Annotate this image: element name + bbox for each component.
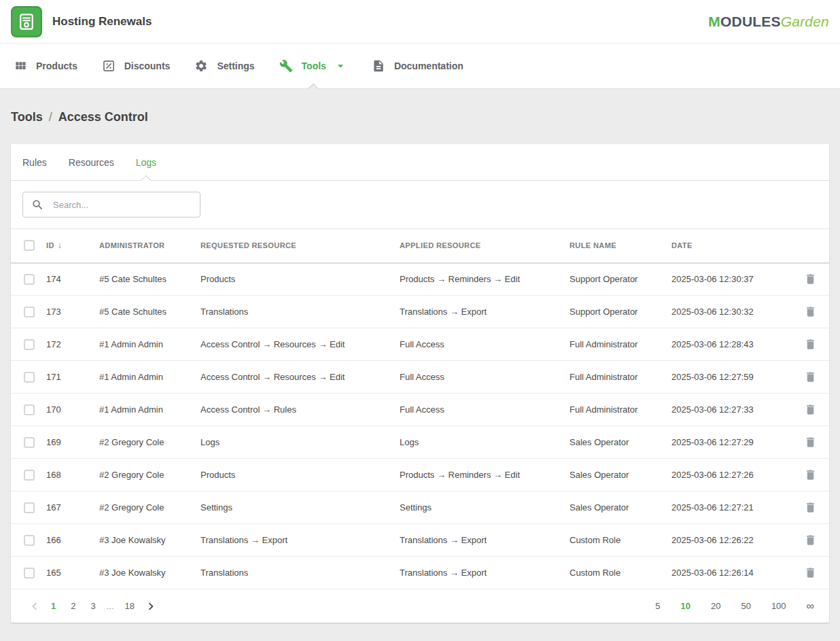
row-checkbox[interactable]	[24, 404, 35, 415]
cell-administrator: #5 Cate Schultes	[99, 263, 200, 296]
trash-icon	[804, 273, 817, 285]
cell-select	[11, 361, 46, 394]
cell-rule-name: Sales Operator	[570, 459, 671, 491]
row-checkbox[interactable]	[24, 339, 35, 350]
modulesgarden-logo[interactable]: MODULESGarden	[708, 14, 829, 30]
search-icon	[31, 198, 44, 211]
cell-id: 166	[46, 524, 99, 557]
cell-applied-resource: Full Access	[400, 361, 570, 394]
cell-administrator: #2 Gregory Cole	[99, 426, 200, 459]
page-button-1[interactable]: 1	[47, 598, 60, 614]
page-button-3[interactable]: 3	[86, 598, 99, 614]
breadcrumb-tools[interactable]: Tools	[11, 110, 43, 124]
column-header-requested-resource: REQUESTED RESOURCE	[200, 229, 400, 263]
cell-actions	[791, 426, 829, 459]
cell-select	[11, 263, 46, 296]
page-size-10[interactable]: 10	[679, 598, 691, 614]
nav-item-settings[interactable]: Settings	[182, 44, 266, 88]
column-header-id[interactable]: ID↓	[46, 229, 99, 263]
row-checkbox[interactable]	[24, 568, 35, 578]
tab-rules[interactable]: Rules	[12, 144, 58, 180]
nav-item-products[interactable]: Products	[1, 44, 90, 88]
row-checkbox[interactable]	[24, 470, 35, 481]
page-size-100[interactable]: 100	[770, 598, 788, 614]
search-input[interactable]	[52, 199, 192, 211]
cell-actions	[791, 394, 829, 426]
cell-applied-resource: Translations → Export	[400, 296, 570, 328]
row-checkbox[interactable]	[24, 502, 35, 513]
cell-select	[11, 394, 46, 426]
tab-resources[interactable]: Resources	[58, 144, 125, 180]
trash-icon	[804, 468, 817, 481]
delete-row-button[interactable]	[800, 464, 821, 485]
cell-requested-resource: Products	[200, 459, 400, 491]
page-size-20[interactable]: 20	[710, 598, 722, 614]
delete-row-button[interactable]	[800, 530, 821, 551]
delete-row-button[interactable]	[800, 399, 821, 420]
cell-id: 174	[46, 263, 99, 296]
cell-actions	[791, 361, 829, 394]
delete-row-button[interactable]	[800, 497, 821, 518]
main-nav: Products Discounts Settings Tools	[0, 44, 840, 89]
row-checkbox[interactable]	[24, 274, 35, 285]
delete-row-button[interactable]	[800, 366, 821, 387]
select-all-checkbox[interactable]	[24, 240, 35, 251]
row-checkbox[interactable]	[24, 437, 35, 448]
cell-select	[11, 491, 46, 524]
search-box	[22, 192, 200, 218]
page-button-2[interactable]: 2	[67, 598, 80, 614]
cell-select	[11, 557, 46, 589]
cell-select	[11, 524, 46, 557]
tab-logs[interactable]: Logs	[125, 144, 167, 180]
tab-bar: Rules Resources Logs	[11, 144, 829, 181]
table-row: 174 #5 Cate Schultes Products Products →…	[11, 263, 829, 296]
page-navigation: 1 2 3 ... 18	[26, 597, 160, 615]
page-size-50[interactable]: 50	[739, 598, 752, 614]
delete-row-button[interactable]	[800, 301, 821, 322]
cell-id: 170	[46, 394, 99, 426]
page-size-5[interactable]: 5	[654, 598, 661, 614]
delete-row-button[interactable]	[800, 268, 821, 290]
cell-actions	[791, 459, 829, 491]
cell-requested-resource: Access Control → Rules	[200, 394, 400, 426]
cell-applied-resource: Full Access	[400, 394, 570, 426]
cell-administrator: #2 Gregory Cole	[99, 459, 200, 491]
cell-date: 2025-03-06 12:26:14	[671, 557, 791, 589]
row-checkbox[interactable]	[24, 307, 35, 317]
nav-item-discounts[interactable]: Discounts	[90, 44, 183, 88]
grid-modules-icon	[14, 59, 27, 73]
row-checkbox[interactable]	[24, 372, 35, 383]
cell-rule-name: Custom Role	[570, 524, 671, 557]
cell-requested-resource: Settings	[200, 491, 400, 524]
cell-applied-resource: Products → Reminders → Edit	[400, 263, 570, 296]
tab-rules-label: Rules	[22, 157, 47, 168]
hosting-renewals-logo-icon[interactable]	[11, 6, 42, 37]
page-size-unlimited[interactable]: ∞	[805, 597, 816, 615]
cell-actions	[791, 263, 829, 296]
trash-icon	[804, 305, 817, 318]
delete-row-button[interactable]	[800, 432, 821, 453]
column-header-id-label: ID	[46, 241, 54, 249]
page-button-18[interactable]: 18	[121, 598, 139, 614]
nav-item-tools[interactable]: Tools	[267, 44, 360, 88]
cell-select	[11, 328, 46, 361]
cell-administrator: #1 Admin Admin	[99, 328, 200, 361]
breadcrumb-access-control: Access Control	[58, 110, 148, 124]
next-page-button[interactable]	[142, 597, 160, 615]
cell-applied-resource: Full Access	[400, 328, 570, 361]
nav-item-documentation[interactable]: Documentation	[360, 44, 476, 88]
gear-icon	[194, 59, 208, 73]
column-header-date: DATE	[671, 229, 791, 263]
cell-requested-resource: Products	[200, 263, 400, 296]
delete-row-button[interactable]	[800, 334, 821, 355]
table-row: 171 #1 Admin Admin Access Control → Reso…	[11, 361, 829, 394]
cell-applied-resource: Translations → Export	[400, 557, 570, 589]
prev-page-button[interactable]	[26, 597, 43, 615]
delete-row-button[interactable]	[800, 562, 821, 583]
sort-desc-icon: ↓	[58, 241, 62, 250]
cell-select	[11, 296, 46, 328]
column-header-actions	[791, 229, 829, 263]
cell-actions	[791, 491, 829, 524]
row-checkbox[interactable]	[24, 535, 35, 546]
cell-id: 169	[46, 426, 99, 459]
